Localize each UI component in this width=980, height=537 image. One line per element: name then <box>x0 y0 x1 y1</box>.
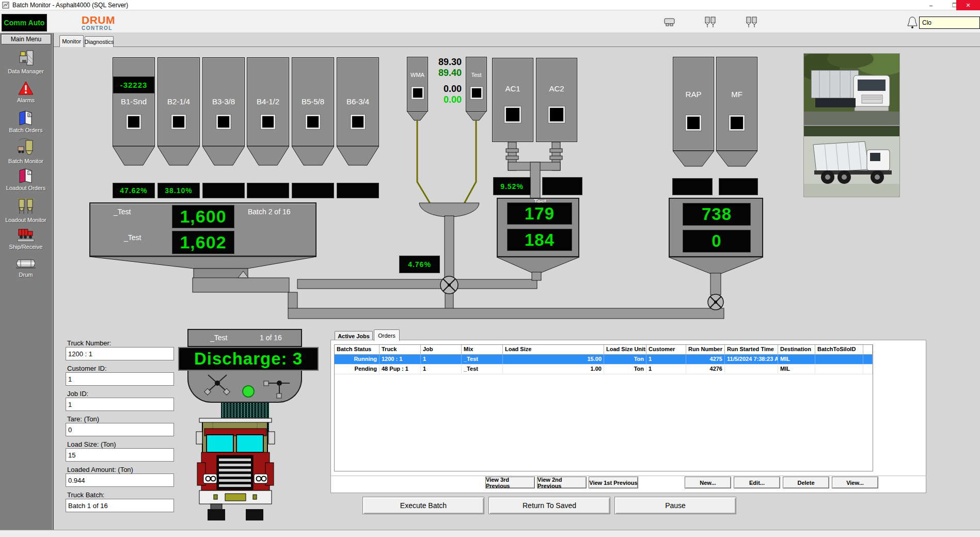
job-id-field[interactable] <box>66 398 174 411</box>
loadout-cart-icon[interactable] <box>663 18 676 27</box>
svg-text:B: B <box>29 114 31 117</box>
truck-batch-field[interactable] <box>66 499 174 512</box>
silo-rap-gate[interactable] <box>686 115 701 131</box>
bin-b3-gate[interactable] <box>216 115 231 129</box>
tank-wma-valve[interactable] <box>412 87 424 99</box>
view-button[interactable]: View... <box>832 477 878 488</box>
agg-actual-display: 1,602 <box>172 231 234 254</box>
view-2nd-previous-button[interactable]: View 2nd Previous <box>537 477 587 488</box>
main-menu-header[interactable]: Main Menu <box>1 34 51 44</box>
bin-b6-gate[interactable] <box>351 115 365 129</box>
tab-monitor[interactable]: Monitor <box>59 35 84 47</box>
silo-label: RAP <box>673 90 714 99</box>
view-1st-previous-button[interactable]: View 1st Previous <box>589 477 638 488</box>
field-label: Truck Number: <box>67 339 111 347</box>
delete-button[interactable]: Delete <box>783 477 829 488</box>
tank-wma: WMA <box>407 57 428 112</box>
column-header[interactable]: Truck <box>380 345 421 355</box>
tank-test-valve[interactable] <box>470 87 483 99</box>
loadout-batch-count: 1 of 16 <box>260 334 282 342</box>
pause-button[interactable]: Pause <box>614 497 736 514</box>
sidebar-item-batch-orders[interactable]: B Batch Orders <box>0 109 52 133</box>
sidebar-item-ship-receive[interactable]: Ship/Receive <box>0 226 52 250</box>
column-header[interactable]: Job <box>421 345 462 355</box>
truck-photo-1 <box>803 53 900 125</box>
tab-diagnostics[interactable]: Diagnostics <box>85 36 114 47</box>
rap-blank-display <box>672 178 713 195</box>
loaded-amount-field[interactable] <box>66 473 174 487</box>
comm-auto-button[interactable]: Comm Auto <box>2 14 47 31</box>
moisture-display: 4.76% <box>399 256 440 273</box>
alarm-bell-icon[interactable] <box>907 16 918 29</box>
table-row[interactable]: Running1200 : 11_Test15.00Ton1427511/5/2… <box>335 355 873 365</box>
edit-button[interactable]: Edit... <box>734 477 780 488</box>
sidebar-item-loadout-orders[interactable]: L Loadout Orders <box>0 167 52 191</box>
loadout-monitor-silos-icon <box>17 197 35 216</box>
tank-ac2-valve[interactable] <box>548 106 565 123</box>
column-header[interactable]: Run Started Time <box>725 345 778 355</box>
column-header[interactable]: Customer <box>646 345 686 355</box>
table-cell: 1 <box>421 355 462 364</box>
execute-batch-button[interactable]: Execute Batch <box>362 497 484 514</box>
loadout-truck-graphic <box>195 412 276 522</box>
bin-label: B1-Snd <box>113 97 154 106</box>
agg-target-display: 1,600 <box>172 205 234 228</box>
minimize-button[interactable]: – <box>924 0 938 10</box>
bin-b5-gate[interactable] <box>306 115 320 129</box>
column-header[interactable]: Destination <box>778 345 815 355</box>
column-header[interactable]: Mix <box>462 345 503 355</box>
silo-mf: MF <box>716 57 757 151</box>
sidebar-item-data-manager[interactable]: Data Manager <box>0 50 52 74</box>
customer-id-field[interactable] <box>66 372 174 386</box>
bin-b2-gate[interactable] <box>171 115 186 129</box>
bin-b1-gate[interactable] <box>127 115 141 129</box>
ac-blank-display <box>542 177 582 195</box>
column-header[interactable]: Run Number ▴ <box>686 345 725 355</box>
column-header[interactable] <box>863 345 873 355</box>
new-button[interactable]: New... <box>685 477 731 488</box>
tab-orders[interactable]: Orders <box>374 329 400 341</box>
table-cell: 1.00 <box>503 365 604 374</box>
view-3rd-previous-button[interactable]: View 3rd Previous <box>485 477 535 488</box>
agg-mix-label-1: _Test <box>114 208 131 216</box>
column-header[interactable]: Batch Status <box>335 345 380 355</box>
app-icon <box>2 2 9 9</box>
sidebar-item-drum[interactable]: Drum <box>0 257 52 278</box>
field-label: Customer ID: <box>67 365 107 372</box>
load-size-field[interactable] <box>66 448 174 462</box>
readout-3: 0.00 <box>428 84 462 94</box>
silo-mf-gate[interactable] <box>729 115 745 131</box>
column-header[interactable]: BatchToSiloID <box>815 345 863 355</box>
return-to-saved-button[interactable]: Return To Saved <box>488 497 610 514</box>
column-header[interactable]: Load Size <box>503 345 604 355</box>
tank-ac1-valve[interactable] <box>504 106 521 123</box>
column-header[interactable]: Load Size Units <box>604 345 646 355</box>
table-row[interactable]: Pending48 Pup : 11_Test1.00Ton14276MIL <box>335 365 873 374</box>
table-cell: 1 <box>421 365 462 374</box>
tare-field[interactable] <box>66 423 174 436</box>
bin-b1-percent: 47.62% <box>113 183 155 198</box>
drum-control-logo: DRUM CONTROL <box>82 14 115 31</box>
table-cell: 1200 : 1 <box>380 355 421 364</box>
bin-label: B4-1/2 <box>247 97 289 106</box>
bin-b6: B6-3/4 <box>337 57 379 146</box>
silo-label: MF <box>717 90 757 99</box>
rap-weigh-vessel: 738 0 <box>669 198 763 257</box>
table-cell: Pending <box>335 365 380 374</box>
field-label: Job ID: <box>67 390 88 398</box>
bin-b4-gate[interactable] <box>261 115 275 129</box>
silo-pair-icon-1[interactable] <box>704 17 717 28</box>
sidebar-item-batch-monitor[interactable]: Batch Monitor <box>0 137 52 164</box>
sidebar-item-label: Batch Monitor <box>8 158 43 164</box>
field-label: Tare: (Ton) <box>67 415 99 423</box>
orders-list: Batch StatusTruckJobMixLoad SizeLoad Siz… <box>334 344 873 471</box>
ac-weigh-vessel: _Test 179 184 <box>497 198 579 257</box>
sidebar-item-alarms[interactable]: Alarms <box>0 81 52 103</box>
sidebar-item-label: Loadout Orders <box>6 185 45 191</box>
silo-pair-icon-2[interactable] <box>745 17 758 28</box>
agg-batch-label: Batch 2 of 16 <box>248 208 291 216</box>
truck-number-field[interactable] <box>66 347 174 360</box>
close-button[interactable]: ✕ <box>956 0 980 10</box>
sidebar-item-loadout-monitor[interactable]: Loadout Monitor <box>0 197 52 223</box>
field-label: Truck Batch: <box>67 491 104 499</box>
